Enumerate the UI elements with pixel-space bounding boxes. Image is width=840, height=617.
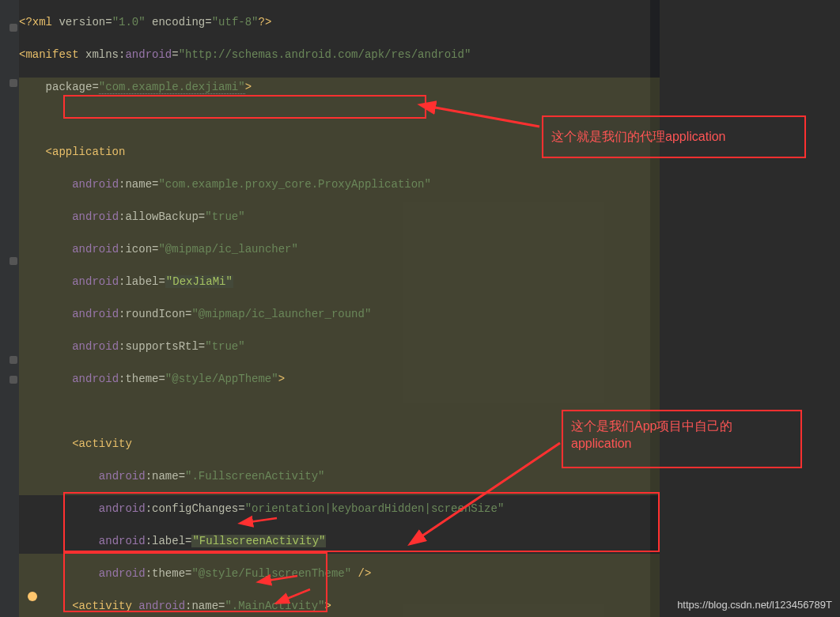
annotation-proxy-text: 这个就是我们的代理application (551, 130, 726, 143)
collapse-icon[interactable] (9, 79, 17, 87)
annotation-self-app-line1: 这个是我们App项目中自己的 (571, 419, 732, 433)
collapse-icon[interactable] (9, 356, 17, 364)
bulb-icon[interactable] (28, 592, 37, 601)
watermark: https://blog.csdn.net/l123456789T (677, 599, 832, 611)
annotation-self-app-line2: application (571, 437, 632, 450)
annotation-proxy: 这个就是我们的代理application (542, 115, 806, 158)
annotation-self-app: 这个是我们App项目中自己的application (562, 410, 802, 468)
gutter (0, 0, 19, 617)
code-editor[interactable]: <?xml version="1.0" encoding="utf-8"?> <… (19, 0, 840, 617)
collapse-icon[interactable] (9, 24, 17, 32)
collapse-icon[interactable] (9, 376, 17, 384)
collapse-icon[interactable] (9, 257, 17, 265)
